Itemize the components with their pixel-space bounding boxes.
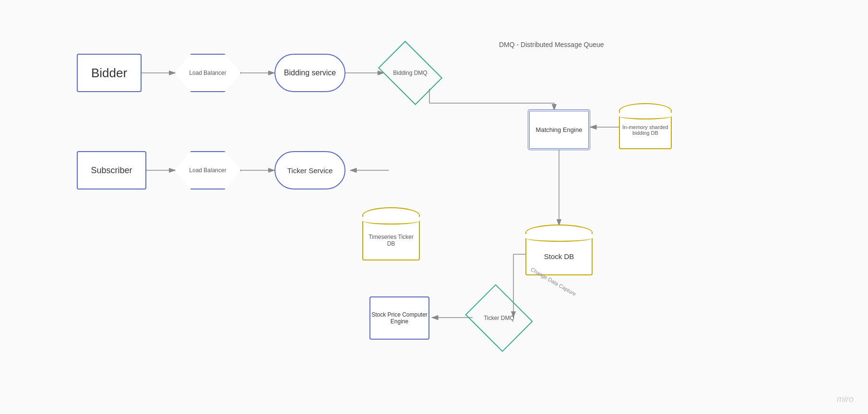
bidding-dmq-node: Bidding DMQ [384,54,437,92]
load-balancer-bottom-node: Load Balancer [174,151,241,189]
stock-db-node: Stock DB [525,225,593,277]
subscriber-node: Subscriber [77,151,146,189]
canvas: DMQ - Distributed Message Queue [0,0,868,414]
load-balancer-top-node: Load Balancer [174,54,241,92]
miro-logo: miro [837,394,854,404]
ticker-dmq-node: Ticker DMQ [473,296,525,340]
timeseries-ticker-db-node: Timeseries Ticker DB [362,207,420,262]
bidding-service-node: Bidding service [274,54,345,92]
in-memory-db-node: In-memory sharded bidding DB [619,103,672,151]
matching-engine-node: Matching Engine [528,109,590,150]
dmq-title: DMQ - Distributed Message Queue [499,41,604,48]
ticker-service-node: Ticker Service [274,151,345,189]
bidder-node: Bidder [77,54,142,92]
stock-price-engine-node: Stock Price Computer Engine [369,296,429,340]
